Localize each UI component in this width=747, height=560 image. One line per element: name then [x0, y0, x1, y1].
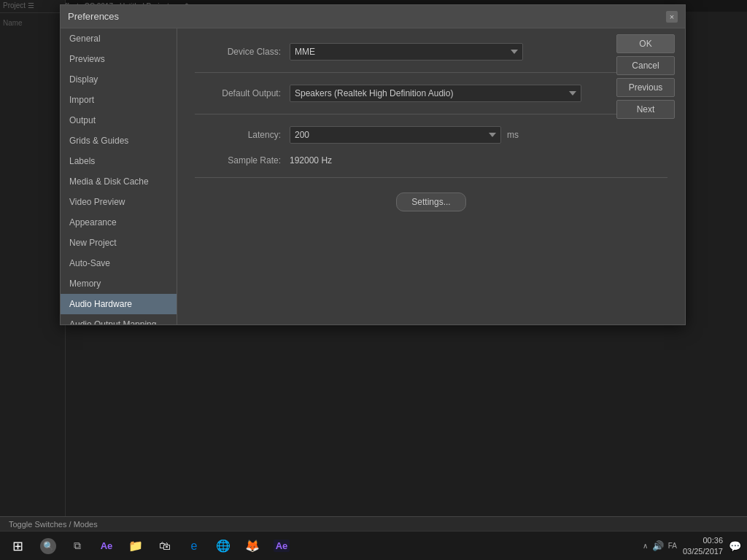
preferences-main-content: Device Class: MME ASIO DirectSound Defau… — [177, 28, 685, 324]
dialog-close-button[interactable]: × — [666, 11, 678, 23]
toggle-bar-label: Toggle Switches / Modes — [9, 520, 98, 529]
taskbar-task-view-button[interactable]: ⧉ — [64, 532, 90, 560]
sidebar-item-audio-hardware[interactable]: Audio Hardware — [61, 294, 177, 314]
taskbar-file-explorer[interactable]: 📁 — [123, 532, 149, 560]
dialog-title: Preferences — [68, 11, 119, 22]
search-icon: 🔍 — [40, 538, 56, 554]
clock-date: 03/25/2017 — [683, 546, 723, 556]
next-button[interactable]: Next — [616, 100, 675, 119]
sidebar-item-general[interactable]: General — [61, 28, 177, 49]
default-output-label: Default Output: — [195, 88, 290, 98]
settings-button[interactable]: Settings... — [396, 192, 465, 211]
taskbar-left: ⊞ 🔍 ⧉ Ae 📁 🛍 e 🌐 🦊 — [0, 532, 301, 560]
cancel-button[interactable]: Cancel — [616, 56, 675, 75]
tray-expand-icon[interactable]: ∧ — [643, 542, 648, 550]
sidebar-item-new-project[interactable]: New Project — [61, 233, 177, 253]
latency-select[interactable]: 200 100 50 — [290, 126, 501, 144]
separator-1 — [195, 72, 667, 73]
device-class-select[interactable]: MME ASIO DirectSound — [290, 43, 523, 61]
taskbar-ae-icon[interactable]: Ae — [93, 532, 120, 560]
device-class-label: Device Class: — [195, 47, 290, 57]
taskbar-browser2[interactable]: 🦊 — [239, 532, 266, 560]
sidebar-item-video-preview[interactable]: Video Preview — [61, 192, 177, 212]
separator-2 — [195, 114, 667, 114]
sidebar-item-display[interactable]: Display — [61, 69, 177, 90]
sidebar-item-grids-guides[interactable]: Grids & Guides — [61, 131, 177, 151]
device-class-row: Device Class: MME ASIO DirectSound — [195, 43, 667, 61]
speaker-icon[interactable]: 🔊 — [652, 540, 664, 551]
clock-time: 00:36 — [683, 535, 723, 545]
sidebar-item-auto-save[interactable]: Auto-Save — [61, 253, 177, 273]
task-view-icon: ⧉ — [74, 540, 81, 552]
previous-button[interactable]: Previous — [616, 78, 675, 97]
taskbar-store[interactable]: 🛍 — [152, 532, 178, 560]
start-button[interactable]: ⊞ — [6, 534, 29, 558]
sidebar-item-labels[interactable]: Labels — [61, 151, 177, 171]
settings-btn-container: Settings... — [195, 192, 667, 211]
store-icon: 🛍 — [159, 540, 171, 553]
preferences-dialog: Preferences × General Previews Display I… — [60, 4, 686, 325]
sidebar-item-previews[interactable]: Previews — [61, 49, 177, 69]
dialog-body: General Previews Display Import Output G… — [61, 28, 685, 324]
sidebar-item-appearance[interactable]: Appearance — [61, 212, 177, 233]
sidebar-item-import[interactable]: Import — [61, 90, 177, 110]
ae-app-icon: Ae — [101, 540, 113, 551]
taskbar-chrome[interactable]: 🌐 — [210, 532, 236, 560]
dialog-titlebar: Preferences × — [61, 5, 685, 28]
ok-button[interactable]: OK — [616, 34, 675, 53]
separator-3 — [195, 177, 667, 178]
preferences-sidebar: General Previews Display Import Output G… — [61, 28, 177, 324]
browser2-icon: 🦊 — [245, 539, 260, 553]
taskbar-edge[interactable]: e — [181, 532, 207, 560]
default-output-row: Default Output: Speakers (Realtek High D… — [195, 85, 667, 102]
toggle-switches-bar: Toggle Switches / Modes — [0, 516, 747, 531]
taskbar-clock[interactable]: 00:36 03/25/2017 — [683, 535, 723, 556]
sample-rate-row: Sample Rate: 192000 Hz — [195, 155, 667, 166]
ae2-icon: Ae — [274, 540, 290, 552]
lang-indicator: FA — [668, 542, 677, 550]
edge-icon: e — [191, 540, 198, 553]
sidebar-item-output[interactable]: Output — [61, 110, 177, 131]
sidebar-item-memory[interactable]: Memory — [61, 273, 177, 294]
device-class-control: MME ASIO DirectSound — [290, 43, 523, 61]
taskbar: ⊞ 🔍 ⧉ Ae 📁 🛍 e 🌐 🦊 — [0, 531, 747, 560]
latency-control: 200 100 50 ms — [290, 126, 519, 144]
taskbar-search-button[interactable]: 🔍 — [35, 532, 61, 560]
notification-icon[interactable]: 💬 — [729, 540, 741, 552]
action-buttons-panel: OK Cancel Previous Next — [616, 34, 675, 119]
latency-row: Latency: 200 100 50 ms — [195, 126, 667, 144]
file-explorer-icon: 📁 — [128, 539, 143, 553]
default-output-control: Speakers (Realtek High Definition Audio) — [290, 85, 581, 102]
taskbar-ae2[interactable]: Ae — [268, 532, 295, 560]
sample-rate-value: 192000 Hz — [290, 155, 332, 166]
sidebar-item-media-disk-cache[interactable]: Media & Disk Cache — [61, 171, 177, 192]
taskbar-tray: ∧ 🔊 FA — [643, 540, 677, 551]
default-output-select[interactable]: Speakers (Realtek High Definition Audio) — [290, 85, 581, 102]
sample-rate-label: Sample Rate: — [195, 155, 290, 166]
sidebar-item-audio-output-mapping[interactable]: Audio Output Mapping — [61, 314, 177, 324]
latency-unit: ms — [507, 130, 519, 140]
latency-label: Latency: — [195, 130, 290, 140]
taskbar-right: ∧ 🔊 FA 00:36 03/25/2017 💬 — [643, 535, 747, 556]
taskbar-icons: 🔍 ⧉ Ae 📁 🛍 e 🌐 🦊 Ae — [35, 532, 295, 560]
chrome-icon: 🌐 — [216, 539, 231, 553]
